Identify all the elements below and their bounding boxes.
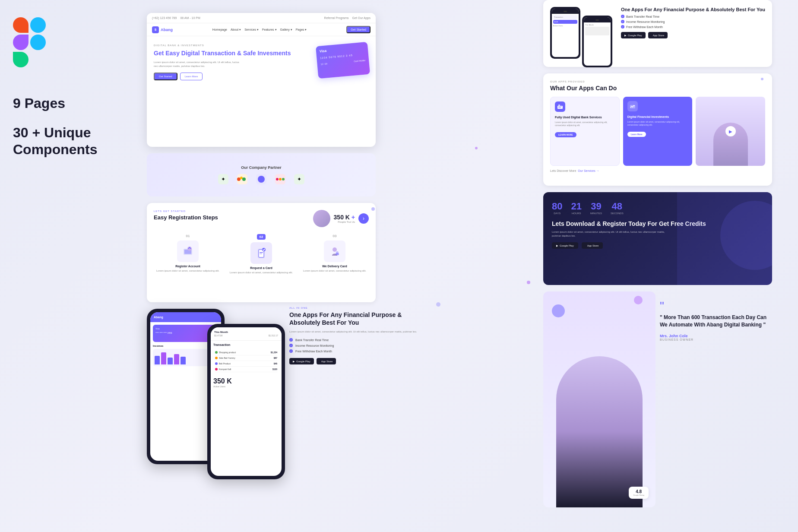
partner-logo-1: ✦ bbox=[218, 174, 228, 184]
get-apps-link[interactable]: Get Our Apps bbox=[352, 16, 370, 19]
oneapp-check-2: Income Resource Monitoring bbox=[289, 344, 423, 347]
check-icon-2 bbox=[289, 344, 293, 347]
apps-footer-text: Lets Discover More bbox=[550, 169, 576, 172]
countdown-minutes: 39 MINUTES bbox=[590, 201, 602, 215]
step-2-desc: Lorem ipsum dolor sit amet, consectetur … bbox=[227, 271, 295, 274]
oneapp-badges: ▶ Google Play App Store bbox=[289, 358, 423, 364]
app-store-badge-rt[interactable]: App Store bbox=[648, 32, 668, 38]
trust-stat: 350 K + People Trut Us bbox=[334, 214, 355, 223]
right-top-content: Transaction 350K Active Users This Month bbox=[550, 7, 765, 67]
app-card-2-btn[interactable]: Learn More bbox=[627, 132, 646, 137]
partner-logos: ✦ ✦ bbox=[218, 174, 304, 184]
step-3-icon bbox=[324, 241, 345, 262]
steps-header-left: LETS GET STARTED Easy Registration Steps bbox=[154, 210, 218, 221]
rt-badges: ▶ Google Play App Store bbox=[621, 32, 765, 38]
figma-logo bbox=[13, 17, 48, 52]
play-button-icon[interactable]: ▶ bbox=[725, 126, 736, 136]
bar-1 bbox=[155, 356, 160, 364]
testimonial-text: " " More Than 600 Transaction Each Day C… bbox=[660, 300, 772, 341]
nav-about[interactable]: About ▾ bbox=[231, 28, 241, 32]
partner-logo-4 bbox=[275, 174, 285, 184]
nav-pages[interactable]: Pages ▾ bbox=[296, 28, 307, 32]
apps-footer-link[interactable]: Our Services → bbox=[578, 169, 599, 172]
gp-icon: ▶ bbox=[556, 244, 558, 247]
app-store-badge-cd[interactable]: App Store bbox=[582, 242, 603, 249]
partner-section: Our Company Partner ✦ ✦ bbox=[147, 153, 376, 196]
person-figure bbox=[556, 356, 643, 507]
hero-title-highlight: Easy Digital Transaction bbox=[165, 50, 235, 57]
phone-stat: 350 K Active Users bbox=[213, 377, 279, 388]
quote-role: BUSINESS OWNER bbox=[660, 338, 772, 341]
svg-rect-15 bbox=[558, 104, 560, 106]
get-started-button[interactable]: Get Started bbox=[346, 26, 370, 33]
nav-homepage[interactable]: Homepage bbox=[212, 28, 227, 32]
referral-link[interactable]: Referral Programs bbox=[324, 16, 348, 19]
visa-expiry: 12 / 20 bbox=[320, 62, 327, 65]
google-play-badge-cd[interactable]: ▶ Google Play bbox=[552, 242, 578, 249]
check-label-1: Bank Transfer Real Time bbox=[295, 339, 329, 342]
camera-notch-1 bbox=[564, 11, 567, 12]
tx-item-1: Shopping product $1,234 bbox=[215, 350, 277, 355]
app-store-badge-oneapp[interactable]: App Store bbox=[317, 358, 336, 364]
quote-text: " More Than 600 Transaction Each Day Can… bbox=[660, 314, 772, 329]
visa-holder: Card Holder bbox=[354, 59, 365, 62]
right-phones: Transaction 350K Active Users This Month bbox=[550, 7, 612, 67]
countdown-seconds-num: 48 bbox=[611, 201, 624, 212]
mini-phone-1: Transaction 350K Active Users bbox=[550, 7, 580, 59]
app-card-1-btn[interactable]: LEARN MORE bbox=[555, 132, 576, 137]
bar-2 bbox=[161, 352, 166, 364]
step-3-desc: Lorem ipsum dolor sit amet, consectetur … bbox=[301, 269, 369, 272]
oneapp-title: One Apps For Any Financial Purpose & Abs… bbox=[289, 311, 423, 326]
oneapp-tag: ALL IN ONE bbox=[289, 307, 423, 309]
stat-active: Active Users bbox=[213, 385, 279, 388]
nav-features[interactable]: Features ▾ bbox=[262, 28, 277, 32]
step-2-icon bbox=[250, 242, 272, 264]
visa-label: Visa bbox=[320, 46, 364, 54]
countdown-seconds-label: SECONDS bbox=[611, 212, 624, 215]
mini-phone-inner-2: This Month bbox=[584, 17, 611, 66]
rt-check-icon-3 bbox=[621, 25, 624, 28]
deco-circle-2 bbox=[634, 296, 643, 304]
figma-piece-purple bbox=[13, 35, 28, 50]
app-card-2-title: Digital Financial Investments bbox=[627, 115, 688, 119]
countdown-minutes-num: 39 bbox=[590, 201, 602, 212]
apps-title: What Our Apps Can Do bbox=[550, 85, 765, 92]
svg-rect-8 bbox=[260, 252, 263, 253]
figma-piece-blue bbox=[30, 35, 46, 50]
google-play-badge-rt[interactable]: ▶ Google Play bbox=[621, 32, 646, 38]
figma-piece-green bbox=[13, 52, 28, 67]
steps-right: 350 K + People Trut Us › bbox=[313, 210, 369, 227]
steps-section: LETS GET STARTED Easy Registration Steps… bbox=[147, 203, 376, 302]
rt-check-icon-2 bbox=[621, 20, 624, 23]
hero-get-started[interactable]: Get Started bbox=[154, 73, 177, 80]
svg-rect-9 bbox=[260, 253, 262, 254]
this-month-label: This Month bbox=[214, 331, 278, 333]
testimonial-section: 4.8 Google Rating " " More Than 600 Tran… bbox=[543, 291, 772, 525]
rating-num: 4.8 bbox=[633, 489, 644, 494]
nav-services[interactable]: Services ▾ bbox=[244, 28, 259, 32]
step-2-num: 02 bbox=[227, 234, 295, 240]
bar-4 bbox=[174, 354, 179, 364]
countdown-days-label: DAYS bbox=[552, 212, 562, 215]
google-play-badge-oneapp[interactable]: ▶ Google Play bbox=[289, 358, 314, 364]
app-card-1-icon bbox=[555, 101, 565, 112]
countdown-hours-label: HOURS bbox=[571, 212, 581, 215]
countdown-hours-num: 21 bbox=[571, 201, 581, 212]
right-top-text: One Apps For Any Financial Purpose & Abs… bbox=[621, 7, 765, 67]
steps-grid: 01 Register Account Lorem ipsum dolor si… bbox=[154, 234, 369, 274]
steps-tag: LETS GET STARTED bbox=[154, 210, 218, 212]
testimonial-person-box: 4.8 Google Rating bbox=[543, 291, 656, 507]
rt-check-1: Bank Transfer Real Time bbox=[621, 15, 765, 18]
phone-title: Abang bbox=[154, 316, 163, 319]
hero-tag: DIGITAL BANK & INVESTMENTS bbox=[154, 44, 317, 47]
apps-footer: Lets Discover More Our Services → bbox=[550, 169, 765, 172]
phone-header-1: Abang bbox=[150, 312, 221, 322]
step-1: 01 Register Account Lorem ipsum dolor si… bbox=[154, 234, 222, 274]
nav-gallery[interactable]: Gallery ▾ bbox=[280, 28, 292, 32]
partner-logo-5: ✦ bbox=[294, 174, 304, 184]
trust-label: People Trut Us bbox=[334, 221, 355, 223]
apps-tag: OUR APPS PROVIDED bbox=[550, 80, 765, 83]
steps-next-button[interactable]: › bbox=[358, 213, 369, 224]
step-1-num: 01 bbox=[154, 234, 222, 238]
hero-learn-more[interactable]: Learn More bbox=[180, 73, 203, 80]
